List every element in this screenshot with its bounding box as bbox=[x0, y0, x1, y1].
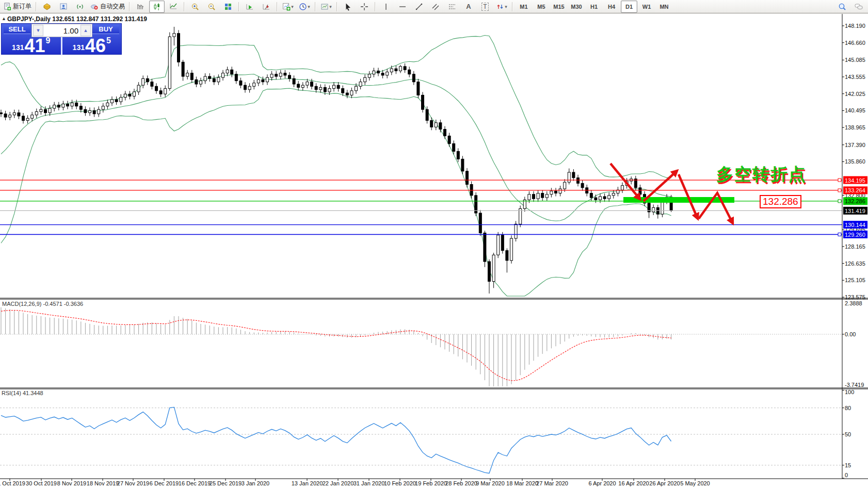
candle-body bbox=[13, 113, 15, 115]
trend-arrow[interactable] bbox=[679, 174, 698, 219]
text-label-button[interactable]: T bbox=[477, 1, 493, 13]
volume-input[interactable] bbox=[44, 26, 79, 36]
tab-timeframe-w1[interactable]: W1 bbox=[638, 1, 655, 13]
line-anchor[interactable] bbox=[838, 233, 841, 236]
add-indicator-button[interactable]: ▾ bbox=[280, 1, 296, 13]
axis-label: 27 Mar 2020 bbox=[536, 480, 568, 486]
new-order-button[interactable]: 新订单 bbox=[2, 1, 33, 13]
candle-body bbox=[159, 91, 162, 94]
candle-body bbox=[422, 95, 424, 109]
line-anchor[interactable] bbox=[838, 189, 841, 192]
axis-label: 146.660 bbox=[845, 40, 865, 46]
sell-price[interactable]: 131 41 9 bbox=[2, 35, 61, 55]
separator bbox=[375, 2, 376, 11]
zoom-in-icon bbox=[191, 3, 199, 11]
line-anchor[interactable] bbox=[838, 200, 841, 203]
tab-timeframe-m30[interactable]: M30 bbox=[568, 1, 585, 13]
axis-label: 126.635 bbox=[845, 260, 865, 267]
buy-price[interactable]: 131 46 5 bbox=[62, 35, 122, 55]
candlestick-chart-button[interactable] bbox=[149, 1, 165, 13]
tile-windows-button[interactable] bbox=[220, 1, 236, 13]
zoom-in-button[interactable] bbox=[187, 1, 203, 13]
price-tag-annotation: 132.286 bbox=[760, 195, 801, 208]
horizontal-line-button[interactable] bbox=[395, 1, 410, 13]
candle-body bbox=[639, 188, 641, 194]
search-button[interactable] bbox=[834, 1, 850, 13]
candle-body bbox=[306, 82, 309, 85]
candle-body bbox=[102, 106, 104, 109]
templates-button[interactable]: ▾ bbox=[318, 1, 334, 13]
sell-button[interactable]: SELL bbox=[4, 25, 30, 34]
candle-body bbox=[262, 79, 264, 82]
candle-body bbox=[293, 78, 295, 84]
candle-body bbox=[319, 87, 322, 89]
candle-body bbox=[244, 85, 247, 90]
separator bbox=[36, 2, 37, 11]
candle-body bbox=[368, 74, 371, 77]
candle-body bbox=[545, 194, 548, 198]
chart-shift-button[interactable] bbox=[259, 1, 274, 13]
tab-timeframe-mn[interactable]: MN bbox=[656, 1, 672, 13]
trendline-button[interactable] bbox=[411, 1, 427, 13]
autotrading-button[interactable]: 自动交易 bbox=[89, 1, 126, 13]
chevron-down-icon: ▾ bbox=[329, 4, 332, 9]
tab-timeframe-h4[interactable]: H4 bbox=[603, 1, 620, 13]
candle-body bbox=[581, 183, 584, 188]
tab-timeframe-m5[interactable]: M5 bbox=[533, 1, 550, 13]
bar-chart-button[interactable] bbox=[133, 1, 148, 13]
vertical-line-button[interactable] bbox=[378, 1, 394, 13]
axis-label: 18 Nov 2019 bbox=[87, 480, 119, 486]
volume-down-button[interactable]: ▼ bbox=[33, 25, 43, 36]
tab-timeframe-h1[interactable]: H1 bbox=[586, 1, 602, 13]
axis-label: 143.555 bbox=[845, 74, 865, 80]
tab-timeframe-m1[interactable]: M1 bbox=[516, 1, 532, 13]
candle-body bbox=[541, 193, 544, 198]
collapse-icon[interactable]: ▲ bbox=[2, 16, 6, 21]
axis-label: 128.165 bbox=[845, 243, 865, 250]
candle-body bbox=[44, 109, 47, 112]
tab-timeframe-d1[interactable]: D1 bbox=[621, 1, 637, 13]
market-watch-button[interactable] bbox=[39, 1, 55, 13]
text-tool-button[interactable]: A bbox=[461, 1, 476, 13]
axis-label: 80 bbox=[845, 405, 851, 411]
rsi-line bbox=[1, 407, 671, 473]
fibonacci-button[interactable] bbox=[444, 1, 460, 13]
axis-label: 123.575 bbox=[845, 294, 865, 300]
cursor-icon bbox=[344, 3, 352, 11]
candle-body bbox=[337, 85, 340, 88]
candle-body bbox=[98, 109, 100, 114]
volume-control: ▼ ▲ bbox=[31, 24, 92, 37]
candle-body bbox=[417, 82, 420, 95]
separator bbox=[129, 2, 130, 11]
candle-body bbox=[315, 86, 317, 89]
price-chart[interactable]: 148.190146.660145.085143.555142.025140.4… bbox=[0, 0, 868, 489]
axis-label: 100 bbox=[845, 389, 854, 395]
line-anchor[interactable] bbox=[838, 178, 841, 182]
candlestick-chart-icon bbox=[153, 3, 161, 11]
crosshair-button[interactable] bbox=[357, 1, 372, 13]
arrows-tool-button[interactable]: ▾ bbox=[494, 1, 509, 13]
cursor-button[interactable] bbox=[340, 1, 356, 13]
separator bbox=[238, 2, 239, 11]
candle-body bbox=[448, 136, 451, 143]
candle-body bbox=[661, 201, 664, 215]
separator bbox=[277, 2, 278, 11]
data-window-button[interactable] bbox=[56, 1, 71, 13]
candle-body bbox=[288, 75, 291, 78]
sell-price-point: 9 bbox=[46, 36, 51, 45]
text-tool-icon: A bbox=[466, 3, 471, 10]
periods-button[interactable]: ▾ bbox=[297, 1, 312, 13]
equidistant-channel-button[interactable] bbox=[428, 1, 443, 13]
candle-body bbox=[577, 178, 580, 184]
volume-up-button[interactable]: ▲ bbox=[81, 25, 91, 36]
auto-scroll-button[interactable] bbox=[242, 1, 258, 13]
chat-button[interactable] bbox=[851, 1, 866, 13]
tile-windows-icon bbox=[224, 3, 232, 11]
zoom-out-button[interactable] bbox=[204, 1, 219, 13]
tab-timeframe-m15[interactable]: M15 bbox=[551, 1, 567, 13]
candle-body bbox=[279, 73, 282, 76]
candle-body bbox=[364, 77, 366, 82]
buy-button[interactable]: BUY bbox=[92, 25, 119, 34]
signals-button[interactable] bbox=[72, 1, 88, 13]
line-chart-button[interactable] bbox=[166, 1, 181, 13]
